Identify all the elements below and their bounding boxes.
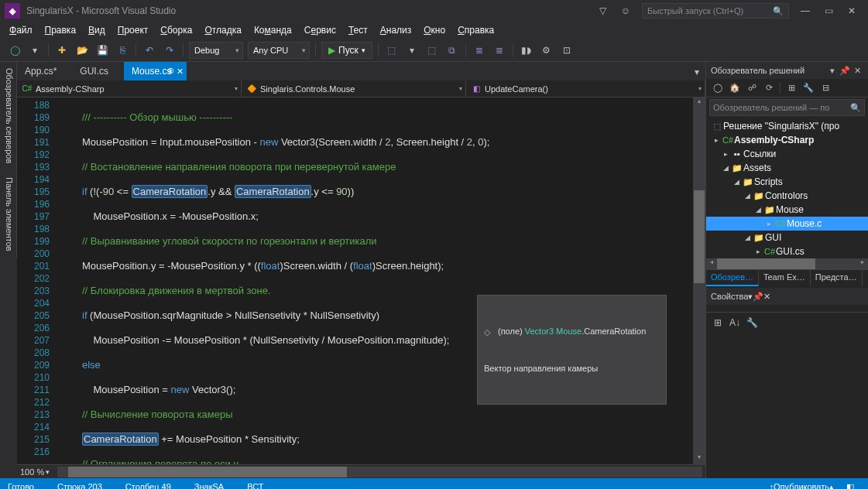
se-sync-button[interactable]: ☍	[743, 80, 760, 96]
notifications-icon[interactable]: ▽	[592, 2, 612, 19]
redo-button[interactable]: ↷	[160, 41, 179, 60]
se-refresh-button[interactable]: ⟳	[760, 80, 777, 96]
menu-test[interactable]: Тест	[342, 23, 374, 37]
props-categorize-button[interactable]: ⊞	[709, 315, 726, 330]
zoom-level[interactable]: 100 %	[20, 467, 44, 477]
panel-dropdown-icon[interactable]: ▾	[826, 66, 839, 76]
nav-method-label: UpdateCamera()	[485, 84, 548, 94]
menu-team[interactable]: Команда	[248, 23, 298, 37]
publish-button[interactable]: ↑ Опубликовать ▴	[763, 482, 840, 490]
se-collapse-button[interactable]: ⊟	[817, 80, 834, 96]
pin-icon[interactable]: 📌	[839, 66, 851, 76]
status-corner-button[interactable]: ◧	[840, 482, 860, 490]
tab-dropdown-button[interactable]: ▾	[688, 63, 705, 80]
feedback-icon[interactable]: ☺	[616, 2, 636, 19]
line-gutter: 1881891901911921931941951961971981992002…	[17, 97, 56, 464]
menu-view[interactable]: Вид	[82, 23, 112, 37]
menu-help[interactable]: Справка	[451, 23, 500, 37]
ptab-explorer[interactable]: Обозрев…	[706, 270, 759, 286]
tree-mouse-folder[interactable]: ◢📁Mouse	[706, 203, 868, 217]
maximize-button[interactable]: ▭	[817, 2, 840, 19]
close-button[interactable]: ✕	[840, 2, 863, 19]
search-icon: 🔍	[773, 6, 784, 16]
new-button[interactable]: ✚	[53, 41, 71, 60]
menu-analyze[interactable]: Анализ	[374, 23, 418, 37]
minimize-button[interactable]: —	[794, 2, 817, 19]
tb-btn-8[interactable]: ⚙	[537, 41, 556, 60]
ptab-view[interactable]: Предста…	[811, 270, 863, 286]
back-button[interactable]: ◯	[5, 41, 24, 60]
nav-class-dropdown[interactable]: 🔶 Singlaris.Controls.Mouse	[242, 80, 466, 97]
menu-edit[interactable]: Правка	[39, 23, 83, 37]
tab-mouse-cs[interactable]: Mouse.cs⦿✕	[124, 62, 187, 80]
menu-build[interactable]: Сборка	[154, 23, 198, 37]
scroll-down-icon[interactable]: ▾	[698, 453, 701, 464]
tb-btn-6[interactable]: ≣	[490, 41, 509, 60]
menu-file[interactable]: Файл	[3, 23, 39, 37]
vertical-scrollbar[interactable]: ▴ ▾	[693, 97, 705, 464]
tab-app-cs[interactable]: App.cs*	[17, 62, 72, 80]
config-dropdown[interactable]: Debug	[189, 42, 243, 59]
props-pages-button[interactable]: 🔧	[743, 315, 760, 330]
tree-scripts[interactable]: ◢📁Scripts	[706, 175, 868, 189]
ptab-team[interactable]: Team Ex…	[759, 270, 811, 286]
se-back-button[interactable]: ◯	[709, 80, 726, 96]
tree-mouse-file[interactable]: ▸C#Mouse.c	[706, 217, 868, 231]
pin-icon[interactable]: ⦿	[167, 67, 174, 75]
field-icon: ◇	[484, 326, 495, 337]
run-button[interactable]: ▶Пуск▾	[321, 42, 372, 59]
tab-label: Mouse.cs	[132, 66, 171, 77]
tb-btn-9[interactable]: ⊡	[558, 41, 576, 60]
se-home-button[interactable]: 🏠	[726, 80, 743, 96]
tab-label: App.cs*	[25, 66, 57, 77]
nav-method-dropdown[interactable]: ◧ UpdateCamera()	[466, 80, 705, 97]
code-editor[interactable]: 1881891901911921931941951961971981992002…	[17, 97, 705, 464]
se-properties-button[interactable]: 🔧	[800, 80, 817, 96]
props-sort-button[interactable]: A↓	[726, 315, 743, 330]
scroll-up-icon[interactable]: ▴	[698, 97, 701, 108]
scroll-thumb[interactable]	[694, 190, 705, 283]
tab-gui-cs[interactable]: GUI.cs	[72, 62, 124, 80]
menu-debug[interactable]: Отладка	[198, 23, 247, 37]
code-content[interactable]: /// ---------- Обзор мышью ---------- Mo…	[67, 97, 693, 464]
close-icon[interactable]: ✕	[177, 67, 184, 77]
open-button[interactable]: 📂	[73, 41, 91, 60]
close-icon[interactable]: ✕	[851, 66, 863, 76]
pin-icon[interactable]: 📌	[753, 292, 763, 302]
tb-btn-4[interactable]: ⧉	[443, 41, 461, 60]
tree-references[interactable]: ▸▪▪Ссылки	[706, 147, 868, 161]
server-explorer-tab[interactable]: Обозреватель серверов	[0, 62, 17, 169]
tree-solution[interactable]: ⬚Решение "SingularisX" (про	[706, 119, 868, 133]
tb-btn-1[interactable]: ⬚	[383, 41, 401, 60]
save-all-button[interactable]: ⎘	[113, 41, 132, 60]
horizontal-scrollbar[interactable]	[57, 467, 702, 477]
tree-gui-folder[interactable]: ◢📁GUI	[706, 231, 868, 244]
platform-dropdown[interactable]: Any CPU	[248, 42, 310, 59]
tree-assets[interactable]: ◢📁Assets	[706, 161, 868, 175]
menu-tools[interactable]: Сервис	[298, 23, 342, 37]
hscroll-thumb[interactable]	[68, 467, 347, 477]
menu-window[interactable]: Окно	[417, 23, 451, 37]
save-button[interactable]: 💾	[93, 41, 112, 60]
quick-launch-input[interactable]: Быстрый запуск (Ctrl+Q) 🔍	[642, 3, 789, 19]
close-icon[interactable]: ✕	[763, 292, 770, 302]
toolbox-tab[interactable]: Панель элементов	[0, 171, 17, 258]
se-showall-button[interactable]: ⊞	[783, 80, 800, 96]
tb-btn-7[interactable]: ▮◗	[517, 41, 536, 60]
nav-assembly-dropdown[interactable]: C# Assembly-CSharp	[17, 80, 242, 97]
tree-controlors[interactable]: ◢📁Controlors	[706, 189, 868, 203]
tree-gui-file[interactable]: ▸C#GUI.cs	[706, 244, 868, 258]
tb-btn-3[interactable]: ⬚	[423, 41, 441, 60]
tb-btn-5[interactable]: ≣	[470, 41, 489, 60]
forward-button[interactable]: ▾	[26, 41, 44, 60]
window-title: SingularisX - Microsoft Visual Studio	[26, 5, 591, 16]
title-bar: ◈ SingularisX - Microsoft Visual Studio …	[0, 0, 868, 22]
tb-btn-2[interactable]: ▾	[403, 41, 421, 60]
solution-search-input[interactable]: Обозреватель решений — по 🔍	[709, 99, 865, 116]
status-column: Столбец 49	[125, 482, 171, 489]
tree-label: Assembly-CSharp	[734, 135, 814, 145]
menu-project[interactable]: Проект	[112, 23, 155, 37]
undo-button[interactable]: ↶	[140, 41, 159, 60]
tree-hscroll[interactable]: ◂ ▸	[706, 258, 868, 269]
tree-project[interactable]: ▸C#Assembly-CSharp	[706, 133, 868, 147]
